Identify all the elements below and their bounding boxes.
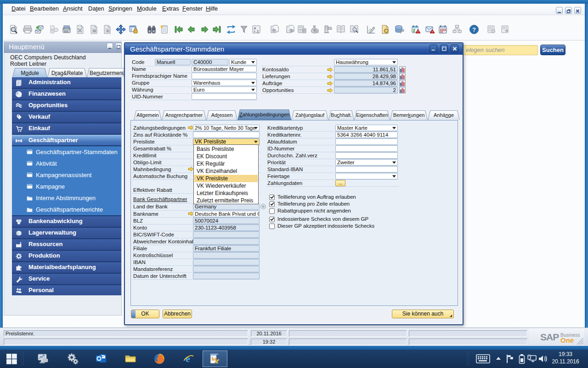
svg-text:A: A <box>254 26 256 30</box>
svg-text:!: ! <box>432 30 433 33</box>
svg-text:W: W <box>93 29 96 33</box>
svg-text:!: ! <box>418 30 418 33</box>
svg-text:e: e <box>186 353 190 364</box>
svg-text:A: A <box>107 29 109 33</box>
svg-text:Z: Z <box>257 29 259 34</box>
svg-text:?: ? <box>472 26 476 33</box>
